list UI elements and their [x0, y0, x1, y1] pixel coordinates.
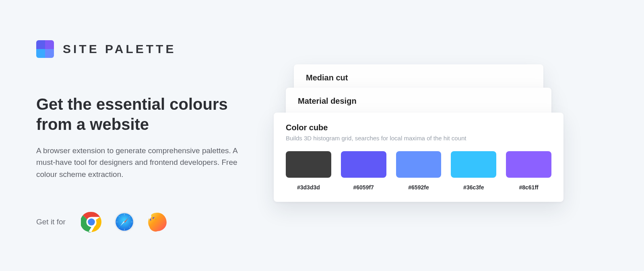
hero-headline: Get the essential colours from a website	[36, 94, 262, 134]
brand-name: SITE PALETTE	[63, 42, 176, 56]
brand-header: SITE PALETTE	[36, 40, 262, 58]
swatch-row: #3d3d3d #6059f7 #6592fe #36c3fe #8c61ff	[286, 151, 551, 191]
swatch-hex-label: #8c61ff	[519, 184, 538, 191]
swatch-hex-label: #6059f7	[353, 184, 374, 191]
swatch-hex-label: #6592fe	[408, 184, 429, 191]
card-title: Median cut	[306, 73, 531, 82]
card-title: Color cube	[286, 123, 551, 132]
swatch-color	[286, 151, 331, 178]
get-it-for-row: Get it for	[36, 211, 262, 232]
brand-logo-icon	[36, 40, 54, 58]
card-title: Material design	[298, 96, 539, 106]
swatch-color	[396, 151, 442, 178]
swatch-item[interactable]: #8c61ff	[506, 151, 551, 191]
swatch-item[interactable]: #36c3fe	[451, 151, 496, 191]
card-description: Builds 3D histogram grid, searches for l…	[286, 135, 551, 142]
swatch-hex-label: #3d3d3d	[297, 184, 320, 191]
swatch-item[interactable]: #6059f7	[341, 151, 386, 191]
swatch-item[interactable]: #3d3d3d	[286, 151, 331, 191]
swatch-color	[506, 151, 551, 178]
safari-icon[interactable]	[114, 211, 135, 232]
palette-card-color-cube[interactable]: Color cube Builds 3D histogram grid, sea…	[274, 113, 564, 202]
get-it-for-label: Get it for	[36, 218, 66, 226]
chrome-icon[interactable]	[81, 211, 102, 232]
svg-point-2	[88, 218, 95, 226]
firefox-icon[interactable]	[147, 211, 168, 232]
swatch-color	[451, 151, 496, 178]
swatch-hex-label: #36c3fe	[463, 184, 484, 191]
swatch-color	[341, 151, 386, 178]
hero-subtext: A browser extension to generate comprehe…	[36, 145, 237, 180]
swatch-item[interactable]: #6592fe	[396, 151, 442, 191]
